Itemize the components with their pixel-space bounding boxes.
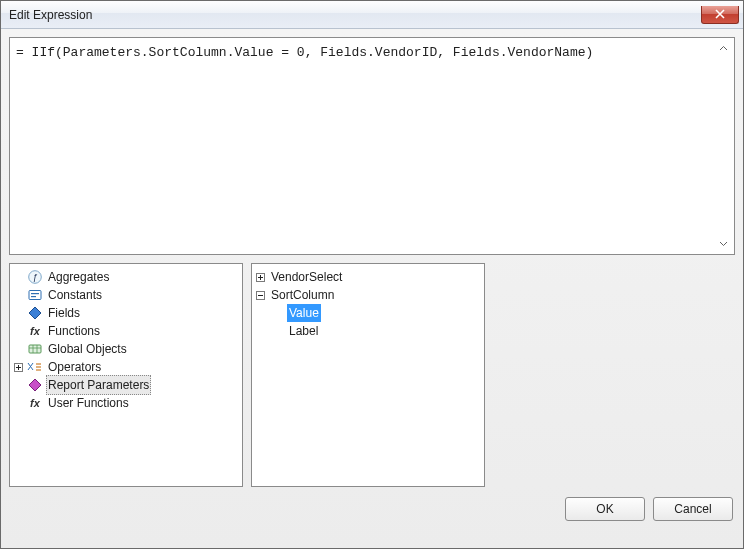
edit-expression-dialog: Edit Expression <box>0 0 744 549</box>
category-operators[interactable]: Operators <box>12 358 242 376</box>
category-user-functions[interactable]: fx User Functions <box>12 394 242 412</box>
category-tree: ƒ Aggregates Constants <box>10 264 242 416</box>
parameter-icon <box>27 377 43 393</box>
category-label: Report Parameters <box>46 375 151 395</box>
category-functions[interactable]: fx Functions <box>12 322 242 340</box>
dialog-buttons: OK Cancel <box>9 495 735 525</box>
svg-marker-5 <box>29 307 41 319</box>
scrollbar[interactable] <box>715 40 732 252</box>
description-panel <box>493 263 735 487</box>
constant-icon <box>27 287 43 303</box>
member-sortcolumn[interactable]: SortColumn <box>254 286 484 304</box>
expression-input[interactable] <box>10 38 734 254</box>
button-label: OK <box>596 502 613 516</box>
scroll-up-button[interactable] <box>715 40 732 57</box>
svg-rect-6 <box>29 345 41 353</box>
category-constants[interactable]: Constants <box>12 286 242 304</box>
category-label: Global Objects <box>46 340 129 358</box>
member-label: VendorSelect <box>269 268 344 286</box>
ok-button[interactable]: OK <box>565 497 645 521</box>
window-title: Edit Expression <box>9 8 92 22</box>
plus-box-icon <box>256 273 265 282</box>
chevron-up-icon <box>719 44 728 53</box>
svg-rect-3 <box>31 293 39 294</box>
sigma-icon: ƒ <box>27 269 43 285</box>
button-label: Cancel <box>674 502 711 516</box>
member-sortcolumn-label[interactable]: Label <box>254 322 484 340</box>
category-panel[interactable]: ƒ Aggregates Constants <box>9 263 243 487</box>
fx-icon: fx <box>27 395 43 411</box>
plus-box-icon <box>14 363 23 372</box>
members-panel[interactable]: VendorSelect SortColumn Val <box>251 263 485 487</box>
svg-text:ƒ: ƒ <box>32 272 37 282</box>
category-label: Functions <box>46 322 102 340</box>
category-label: User Functions <box>46 394 131 412</box>
lower-panels: ƒ Aggregates Constants <box>9 263 735 487</box>
members-tree: VendorSelect SortColumn Val <box>252 264 484 344</box>
title-bar: Edit Expression <box>1 1 743 29</box>
field-icon <box>27 305 43 321</box>
svg-marker-8 <box>29 379 41 391</box>
close-button[interactable] <box>701 6 739 24</box>
globe-icon <box>27 341 43 357</box>
member-sortcolumn-value[interactable]: Value <box>254 304 484 322</box>
member-label: SortColumn <box>269 286 336 304</box>
scroll-down-button[interactable] <box>715 235 732 252</box>
chevron-down-icon <box>719 239 728 248</box>
close-icon <box>715 9 725 19</box>
member-label: Label <box>287 322 320 340</box>
expression-editor-container <box>9 37 735 255</box>
category-label: Operators <box>46 358 103 376</box>
category-global-objects[interactable]: Global Objects <box>12 340 242 358</box>
category-label: Aggregates <box>46 268 111 286</box>
operators-icon <box>27 359 43 375</box>
category-aggregates[interactable]: ƒ Aggregates <box>12 268 242 286</box>
category-label: Fields <box>46 304 82 322</box>
cancel-button[interactable]: Cancel <box>653 497 733 521</box>
member-label: Value <box>287 304 321 322</box>
expand-toggle[interactable] <box>254 271 267 284</box>
category-fields[interactable]: Fields <box>12 304 242 322</box>
expand-toggle[interactable] <box>12 361 25 374</box>
svg-rect-2 <box>29 291 41 300</box>
fx-icon: fx <box>27 323 43 339</box>
minus-box-icon <box>256 291 265 300</box>
category-report-parameters[interactable]: Report Parameters <box>12 376 242 394</box>
category-label: Constants <box>46 286 104 304</box>
svg-rect-4 <box>31 296 36 297</box>
client-area: ƒ Aggregates Constants <box>1 29 743 548</box>
collapse-toggle[interactable] <box>254 289 267 302</box>
member-vendorselect[interactable]: VendorSelect <box>254 268 484 286</box>
